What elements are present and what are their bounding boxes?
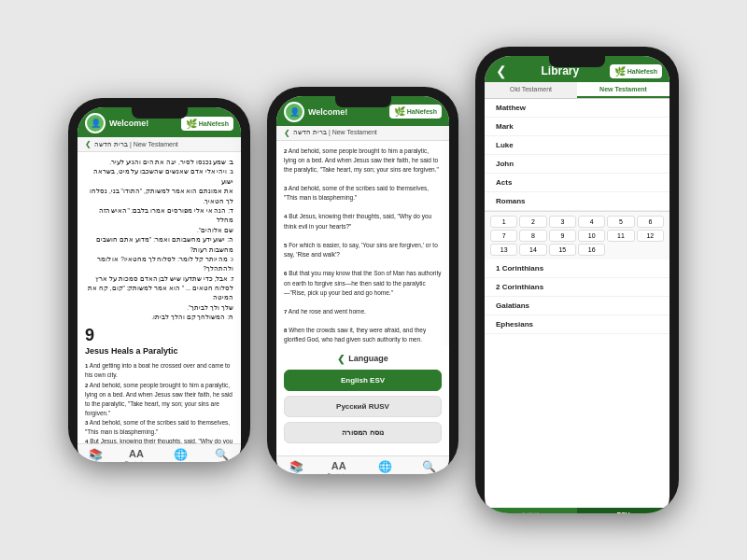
language-panel: ❮ Language English ESV Русский RUSV נוסח… bbox=[276, 346, 449, 455]
chapter-cell-9[interactable]: 9 bbox=[549, 230, 576, 242]
lang-bar: העדות ESV bbox=[485, 508, 669, 513]
lang-btn-hebrew[interactable]: נוסח המסורה bbox=[284, 422, 442, 443]
logo-name-left: HaNefesh bbox=[199, 120, 229, 127]
chapter-cell-1[interactable]: 1 bbox=[490, 216, 517, 228]
breadcrumb-text-middle: ברית חדשה | New Testament bbox=[293, 129, 377, 136]
english-text-middle: 2 And behold, some people brought to him… bbox=[284, 147, 442, 345]
breadcrumb-left: ❮ ברית חדשה | New Testament bbox=[78, 137, 241, 152]
chapter-cell-14[interactable]: 14 bbox=[519, 244, 546, 256]
phone-left: 👤 Welcome! 🌿 HaNefesh ❮ ברית חדשה | New … bbox=[68, 98, 250, 462]
logo-middle: 🌿 HaNefesh bbox=[389, 105, 442, 119]
logo-left: 🌿 HaNefesh bbox=[181, 117, 233, 131]
welcome-left: Welcome! bbox=[109, 119, 148, 128]
lang-btn-english[interactable]: English ESV bbox=[284, 370, 442, 391]
phone-middle: 👤 Welcome! 🌿 HaNefesh ❮ ברית חדשה | New … bbox=[267, 87, 458, 474]
book-item-2corinthians[interactable]: 2 Corinthians bbox=[485, 278, 669, 297]
hebrew-text-left: ב: שמע נכנסו לסיר, יצה את הים והגיע לעיר… bbox=[85, 158, 233, 323]
chapter-grid: 1 2 3 4 5 6 7 8 9 10 11 12 13 14 15 16 bbox=[490, 216, 664, 256]
chapter-cell-4[interactable]: 4 bbox=[578, 216, 605, 228]
language-icon-middle: 🌐 bbox=[378, 460, 392, 473]
logo-icon-middle: 🌿 bbox=[394, 106, 405, 117]
fontsize-label-left: Font size bbox=[125, 460, 148, 462]
breadcrumb-middle: ❮ ברית חדשה | New Testament bbox=[276, 126, 449, 141]
testament-tabs: Old Testament New Testament bbox=[485, 82, 669, 99]
language-back-arrow[interactable]: ❮ bbox=[337, 354, 345, 364]
chapter-cell-15[interactable]: 15 bbox=[549, 244, 576, 256]
nav-search-left[interactable]: 🔍 Search bbox=[213, 448, 231, 462]
chapter-cell-16[interactable]: 16 bbox=[578, 244, 605, 256]
book-item-mark[interactable]: Mark bbox=[485, 118, 669, 136]
search-icon-middle: 🔍 bbox=[422, 460, 436, 473]
avatar-left: 👤 bbox=[85, 113, 106, 133]
bottom-nav-middle: 📚 Library AA Font size 🌐 Language 🔍 Sear… bbox=[276, 455, 449, 474]
book-item-acts[interactable]: Acts bbox=[485, 174, 669, 192]
chapter-cell-11[interactable]: 11 bbox=[607, 230, 634, 242]
chapter-title-left: Jesus Heals a Paralytic bbox=[85, 345, 233, 358]
chapter-cell-10[interactable]: 10 bbox=[578, 230, 605, 242]
lang-btn-russian[interactable]: Русский RUSV bbox=[284, 396, 442, 417]
fontsize-icon-left: AA bbox=[129, 448, 144, 459]
notch-middle bbox=[335, 96, 391, 107]
book-item-matthew[interactable]: Matthew bbox=[485, 99, 669, 118]
library-back-btn[interactable]: ❮ bbox=[492, 63, 511, 78]
search-icon-left: 🔍 bbox=[215, 448, 229, 461]
chapter-cell-6[interactable]: 6 bbox=[637, 216, 664, 228]
logo-icon-right: 🌿 bbox=[614, 66, 626, 77]
breadcrumb-arrow-left: ❮ bbox=[85, 140, 92, 148]
notch-right bbox=[549, 56, 605, 67]
logo-right: 🌿 HaNefesh bbox=[610, 64, 662, 78]
breadcrumb-arrow-middle: ❮ bbox=[284, 129, 290, 137]
content-left: ב: שמע נכנסו לסיר, יצה את הים והגיע לעיר… bbox=[78, 152, 241, 443]
tab-old-testament[interactable]: Old Testament bbox=[485, 82, 577, 98]
phone-right: ❮ Library 🌿 HaNefesh Old Testament New T… bbox=[475, 47, 679, 513]
nav-language-middle[interactable]: 🌐 Language bbox=[373, 460, 398, 474]
lang-bar-hebrew[interactable]: העדות bbox=[485, 508, 577, 513]
fontsize-icon-middle: AA bbox=[331, 460, 346, 471]
language-panel-header: ❮ Language bbox=[284, 354, 442, 364]
nav-language-left[interactable]: 🌐 Language bbox=[168, 448, 193, 462]
book-item-romans[interactable]: Romans bbox=[485, 192, 669, 211]
logo-name-middle: HaNefesh bbox=[407, 108, 437, 115]
book-list: Matthew Mark Luke John Acts Romans 1 2 3… bbox=[485, 99, 669, 508]
logo-name-right: HaNefesh bbox=[627, 68, 657, 75]
chapter-cell-3[interactable]: 3 bbox=[549, 216, 576, 228]
chapter-grid-container: 1 2 3 4 5 6 7 8 9 10 11 12 13 14 15 16 bbox=[485, 211, 669, 259]
book-item-ephesians[interactable]: Ephesians bbox=[485, 315, 669, 334]
nav-fontsize-left[interactable]: AA Font size bbox=[125, 448, 148, 462]
chapter-cell-8[interactable]: 8 bbox=[519, 230, 546, 242]
library-icon-middle: 📚 bbox=[289, 460, 303, 473]
book-item-galatians[interactable]: Galatians bbox=[485, 297, 669, 315]
chapter-cell-12[interactable]: 12 bbox=[637, 230, 664, 242]
chapter-cell-13[interactable]: 13 bbox=[490, 244, 517, 256]
tab-new-testament[interactable]: New Testament bbox=[577, 82, 669, 98]
nav-fontsize-middle[interactable]: AA Font size bbox=[328, 460, 350, 474]
book-item-john[interactable]: John bbox=[485, 155, 669, 174]
nav-search-middle[interactable]: 🔍 Search bbox=[420, 460, 438, 474]
book-item-luke[interactable]: Luke bbox=[485, 136, 669, 155]
content-middle: 2 And behold, some people brought to him… bbox=[276, 141, 449, 455]
language-icon-left: 🌐 bbox=[174, 448, 188, 461]
nav-library-middle[interactable]: 📚 Library bbox=[288, 460, 304, 474]
chapter-cell-2[interactable]: 2 bbox=[519, 216, 546, 228]
breadcrumb-text-left: ברית חדשה | New Testament bbox=[94, 141, 178, 148]
bottom-nav-left: 📚 Library AA Font size 🌐 Language 🔍 Sear… bbox=[78, 443, 241, 462]
welcome-middle: Welcome! bbox=[308, 107, 347, 117]
chapter-cell-7[interactable]: 7 bbox=[490, 230, 517, 242]
logo-icon-left: 🌿 bbox=[186, 119, 197, 129]
chapter-cell-5[interactable]: 5 bbox=[607, 216, 634, 228]
notch-left bbox=[132, 107, 188, 119]
lang-bar-esv[interactable]: ESV bbox=[577, 508, 669, 513]
fontsize-label-middle: Font size bbox=[328, 472, 350, 474]
avatar-middle: 👤 bbox=[284, 102, 304, 122]
language-panel-title: Language bbox=[348, 354, 388, 363]
nav-library-left[interactable]: 📚 Library bbox=[88, 448, 105, 462]
english-text-left: 1 And getting into a boat he crossed ove… bbox=[85, 361, 233, 443]
book-item-1corinthians[interactable]: 1 Corinthians bbox=[485, 259, 669, 278]
chapter-num-left: 9 bbox=[85, 327, 233, 343]
library-icon-left: 📚 bbox=[89, 448, 103, 461]
